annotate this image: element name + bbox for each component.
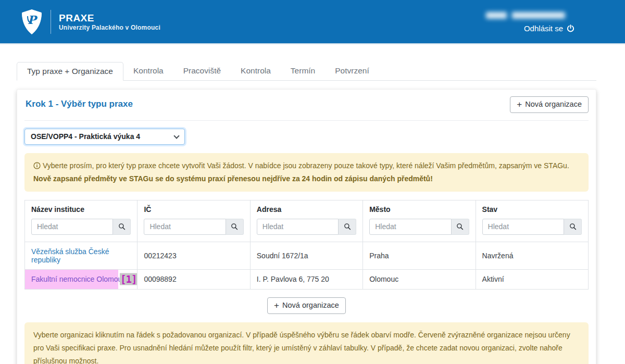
new-organization-label: Nová organizace [282, 300, 339, 311]
info-circle-icon [33, 162, 41, 169]
plus-icon: + [274, 302, 279, 309]
column-mesto: Město [363, 200, 476, 242]
column-ic: IČ [138, 200, 250, 242]
column-label: Stav [482, 205, 582, 214]
search-button-adresa[interactable] [339, 219, 356, 235]
filter-ic [144, 219, 243, 235]
app-title: PRAXE [59, 12, 160, 24]
organizations-table-head: Název instituce IČ [25, 200, 589, 242]
search-icon [456, 223, 464, 230]
org-status: Aktivní [476, 269, 588, 289]
filter-mesto [369, 219, 469, 235]
column-label: Název instituce [31, 205, 131, 214]
org-address: Soudní 1672/1a [250, 242, 362, 269]
info-alert-bottom-text: Vyberte organizaci kliknutím na řádek s … [33, 331, 570, 364]
plus-icon: + [517, 101, 522, 108]
search-button-ic[interactable] [226, 219, 244, 235]
search-icon [118, 223, 126, 230]
search-button-mesto[interactable] [452, 219, 469, 235]
info-alert-top: Vyberte prosím, pro který typ praxe chce… [24, 153, 589, 192]
wizard-tabs: Typ praxe + Organizace Kontrola Pracoviš… [17, 62, 596, 81]
org-name-link-highlighted[interactable]: Fakultní nemocnice Olomouc [1] [25, 269, 138, 289]
new-organization-label: Nová organizace [525, 99, 582, 110]
app-header: P PRAXE Univerzity Palackého v Olomouci … [0, 0, 625, 44]
info-alert-bottom: Vyberte organizaci kliknutím na řádek s … [24, 322, 589, 364]
search-icon [231, 223, 238, 230]
filter-input-stav[interactable] [482, 219, 564, 235]
power-icon [567, 24, 574, 32]
column-label: Město [369, 205, 469, 214]
tab-typ-praxe-organizace[interactable]: Typ praxe + Organizace [17, 62, 123, 81]
tab-termin[interactable]: Termín [281, 62, 325, 81]
filter-input-ic[interactable] [144, 219, 226, 235]
organizations-table: Název instituce IČ [24, 200, 589, 290]
org-name-text: Fakultní nemocnice Olomouc [31, 275, 126, 283]
tab-potvrzeni[interactable]: Potvrzení [325, 62, 379, 81]
filter-adresa [257, 219, 356, 235]
org-city: Praha [363, 242, 476, 269]
organizations-table-body: Vězeňská služba České republiky 00212423… [25, 242, 589, 289]
user-name-blurred [486, 12, 565, 19]
som-mark-1: [1] [120, 273, 137, 285]
column-label: IČ [144, 205, 243, 214]
search-icon [569, 223, 577, 230]
info-alert-line1: Vyberte prosím, pro který typ praxe chce… [33, 159, 580, 172]
new-organization-button-top[interactable]: + Nová organizace [510, 96, 589, 113]
tab-kontrola-2[interactable]: Kontrola [231, 62, 281, 81]
step-title: Krok 1 - Výběr typu praxe [26, 99, 133, 109]
filter-input-mesto[interactable] [369, 219, 451, 235]
column-adresa: Adresa [250, 200, 362, 242]
table-row-fakultni-nemocnice[interactable]: Fakultní nemocnice Olomouc [1] 00098892 … [25, 269, 589, 289]
university-shield-logo: P [21, 9, 43, 35]
practice-type-select[interactable]: OSE/VOPP4 - Praktická výuka 4 [24, 129, 185, 145]
new-organization-button-bottom[interactable]: + Nová organizace [267, 297, 346, 314]
main-content: Typ praxe + Organizace Kontrola Pracoviš… [17, 62, 596, 364]
info-alert-text: Vyberte prosím, pro který typ praxe chce… [43, 161, 569, 170]
org-name-link[interactable]: Vězeňská služba České republiky [25, 242, 138, 269]
column-stav: Stav [476, 200, 588, 242]
table-actions: + Nová organizace [24, 297, 589, 314]
tab-kontrola-1[interactable]: Kontrola [123, 62, 173, 81]
header-user-area: Odhlásit se [486, 11, 574, 33]
brand: P PRAXE Univerzity Palackého v Olomouci [21, 9, 160, 35]
org-address: I. P. Pavlova 6, 775 20 [250, 269, 362, 289]
practice-type-select-wrap: OSE/VOPP4 - Praktická výuka 4 [24, 129, 185, 145]
search-button-stav[interactable] [564, 219, 582, 235]
step-card: Krok 1 - Výběr typu praxe + Nová organiz… [17, 89, 596, 364]
tab-pracoviste[interactable]: Pracoviště [173, 62, 231, 81]
brand-divider [51, 10, 51, 34]
org-ic: 00098892 [138, 269, 250, 289]
filter-nazev [31, 219, 131, 235]
search-button-nazev[interactable] [113, 219, 131, 235]
search-icon [344, 223, 351, 230]
section-divider [24, 120, 589, 121]
brand-text: PRAXE Univerzity Palackého v Olomouci [59, 12, 160, 32]
org-status: Navržená [476, 242, 588, 269]
logout-button[interactable]: Odhlásit se [524, 24, 574, 33]
filter-stav [482, 219, 582, 235]
card-header: Krok 1 - Výběr typu praxe + Nová organiz… [24, 96, 589, 113]
org-city: Olomouc [363, 269, 476, 289]
logout-label: Odhlásit se [524, 24, 563, 33]
filter-input-nazev[interactable] [31, 219, 113, 235]
column-nazev-instituce: Název instituce [25, 200, 138, 242]
org-ic: 00212423 [138, 242, 250, 269]
table-row-vezenska-sluzba[interactable]: Vězeňská služba České republiky 00212423… [25, 242, 589, 269]
column-label: Adresa [257, 205, 356, 214]
app-subtitle: Univerzity Palackého v Olomouci [59, 24, 160, 31]
filter-input-adresa[interactable] [257, 219, 339, 235]
info-alert-line2-bold: Nově zapsané předměty ve STAGu se do sys… [33, 172, 580, 185]
